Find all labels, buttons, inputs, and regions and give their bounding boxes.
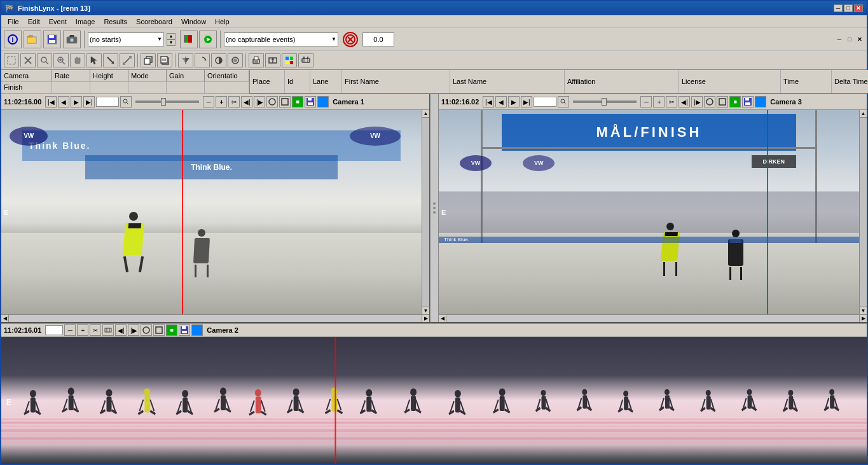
inner-minimize[interactable]: ─ bbox=[835, 36, 844, 43]
paste-tool[interactable] bbox=[157, 53, 172, 67]
cam2-left[interactable]: ◀| bbox=[115, 324, 127, 336]
cam2-green-btn[interactable]: ■ bbox=[166, 324, 177, 336]
copy-tool[interactable] bbox=[141, 53, 156, 67]
cam1-slider[interactable] bbox=[135, 101, 199, 103]
no-capturable-dropdown[interactable]: (no capturable events) ▼ bbox=[224, 32, 338, 46]
cam2-right[interactable]: |▶ bbox=[128, 324, 139, 336]
cam2-minus[interactable]: ─ bbox=[64, 324, 76, 336]
camera1-hscroll[interactable]: ◀ ▶ bbox=[1, 314, 429, 322]
cam3-right-bracket[interactable]: |▶ bbox=[691, 96, 703, 108]
menu-help[interactable]: Help bbox=[211, 17, 233, 26]
start-btn[interactable] bbox=[199, 31, 217, 48]
cam2-circle[interactable] bbox=[141, 324, 152, 336]
cam3-plus[interactable]: + bbox=[653, 96, 665, 108]
minimize-button[interactable]: ─ bbox=[834, 4, 843, 12]
cam1-slider-thumb[interactable] bbox=[161, 98, 166, 106]
line-tool[interactable] bbox=[120, 53, 135, 67]
cam3-left-bracket[interactable]: ◀| bbox=[679, 96, 690, 108]
hand-tool[interactable] bbox=[70, 53, 85, 67]
cam1-plus[interactable]: + bbox=[216, 96, 227, 108]
inner-close[interactable]: ✕ bbox=[855, 36, 864, 43]
save-button[interactable] bbox=[43, 31, 61, 48]
camera3-vscroll[interactable]: ▲ ▼ bbox=[859, 110, 867, 314]
menu-results[interactable]: Results bbox=[100, 17, 131, 26]
camera1-vscroll[interactable]: ▲ ▼ bbox=[422, 110, 429, 314]
cam3-slider-thumb[interactable] bbox=[602, 98, 607, 106]
settings-tool[interactable] bbox=[298, 53, 313, 67]
cam3-play-back[interactable]: ◀ bbox=[495, 96, 507, 108]
cam1-minus[interactable]: ─ bbox=[203, 96, 214, 108]
camera-button[interactable] bbox=[63, 31, 81, 48]
stop-button[interactable] bbox=[343, 32, 358, 47]
cam3-scissors[interactable]: ✂ bbox=[666, 96, 677, 108]
contrast-tool[interactable] bbox=[211, 53, 226, 67]
cam3-circle[interactable] bbox=[704, 96, 715, 108]
cam2-sync[interactable] bbox=[102, 324, 114, 336]
menu-edit[interactable]: Edit bbox=[24, 17, 44, 26]
cam1-goto-start[interactable]: |◀ bbox=[45, 96, 57, 108]
dropdown-arrow: ▼ bbox=[157, 36, 162, 42]
cam2-save-img[interactable] bbox=[179, 324, 190, 336]
cam1-play-back[interactable]: ◀ bbox=[58, 96, 69, 108]
cam3-green-btn[interactable]: ■ bbox=[729, 96, 741, 108]
arrow-tool[interactable] bbox=[103, 53, 118, 67]
cam1-circle[interactable] bbox=[266, 96, 278, 108]
cam1-zoom-btn[interactable] bbox=[120, 96, 132, 108]
cam1-right-bracket[interactable]: |▶ bbox=[254, 96, 265, 108]
cam1-color-btn[interactable] bbox=[317, 96, 329, 108]
camera1-image-area: Think Blue. VW Think Blue. bbox=[1, 110, 429, 314]
rotate-tool[interactable] bbox=[195, 53, 210, 67]
cam2-color-btn[interactable] bbox=[191, 324, 203, 336]
crop-tool[interactable] bbox=[20, 53, 36, 67]
color-tool[interactable] bbox=[282, 53, 297, 67]
cam3-save-img[interactable] bbox=[742, 96, 754, 108]
menu-scoreboard[interactable]: Scoreboard bbox=[132, 17, 176, 26]
cam3-goto-start[interactable]: |◀ bbox=[483, 96, 494, 108]
no-starts-dropdown[interactable]: (no starts) ▼ bbox=[88, 32, 164, 46]
cam3-minus[interactable]: ─ bbox=[640, 96, 652, 108]
cam1-left-bracket[interactable]: ◀| bbox=[241, 96, 252, 108]
cam2-plus[interactable]: + bbox=[77, 324, 88, 336]
print-tool[interactable] bbox=[249, 53, 264, 67]
starts-up[interactable]: ▲ bbox=[167, 33, 176, 39]
menu-event[interactable]: Event bbox=[45, 17, 71, 26]
menu-window[interactable]: Window bbox=[177, 17, 210, 26]
svg-line-22 bbox=[46, 62, 48, 64]
info-button[interactable]: i bbox=[4, 31, 22, 48]
zoom-in-tool[interactable] bbox=[53, 53, 69, 67]
svg-rect-209 bbox=[830, 395, 834, 408]
menu-image[interactable]: Image bbox=[72, 17, 99, 26]
export-tool[interactable] bbox=[265, 53, 280, 67]
green-flag-btn[interactable] bbox=[180, 31, 198, 48]
cam1-play-fwd[interactable]: ▶ bbox=[71, 96, 82, 108]
camera1-zoom[interactable]: 100 bbox=[96, 97, 119, 107]
cam3-color-btn[interactable] bbox=[755, 96, 766, 108]
open-button[interactable] bbox=[24, 31, 41, 48]
cam2-scissors[interactable]: ✂ bbox=[90, 324, 101, 336]
close-button[interactable]: ✕ bbox=[854, 4, 863, 12]
camera2-zoom[interactable]: 14 bbox=[45, 325, 63, 335]
camera3-zoom[interactable]: 100 bbox=[534, 97, 556, 107]
menu-file[interactable]: File bbox=[4, 17, 23, 26]
cam3-square[interactable] bbox=[717, 96, 728, 108]
cam3-slider[interactable] bbox=[573, 101, 637, 103]
select-tool[interactable] bbox=[4, 53, 19, 67]
cam3-goto-end[interactable]: ▶| bbox=[521, 96, 532, 108]
maximize-button[interactable]: □ bbox=[844, 4, 853, 12]
cam3-play-fwd[interactable]: ▶ bbox=[508, 96, 520, 108]
svg-marker-27 bbox=[91, 57, 97, 64]
starts-down[interactable]: ▼ bbox=[167, 39, 176, 46]
zoom-fit-tool[interactable] bbox=[37, 53, 52, 67]
flip-h-tool[interactable] bbox=[178, 53, 193, 67]
shadow-tool[interactable] bbox=[228, 53, 243, 67]
cam1-scissors[interactable]: ✂ bbox=[228, 96, 240, 108]
cam1-save-img[interactable] bbox=[305, 96, 316, 108]
cam1-green-btn[interactable]: ■ bbox=[292, 96, 303, 108]
cam3-zoom-btn[interactable] bbox=[558, 96, 569, 108]
cam2-square[interactable] bbox=[153, 324, 165, 336]
camera3-hscroll[interactable]: ◀ ▶ bbox=[439, 314, 867, 322]
cam1-square[interactable] bbox=[279, 96, 291, 108]
cam1-goto-end[interactable]: ▶| bbox=[83, 96, 95, 108]
cursor-tool[interactable] bbox=[86, 53, 102, 67]
inner-maximize[interactable]: □ bbox=[845, 36, 854, 43]
